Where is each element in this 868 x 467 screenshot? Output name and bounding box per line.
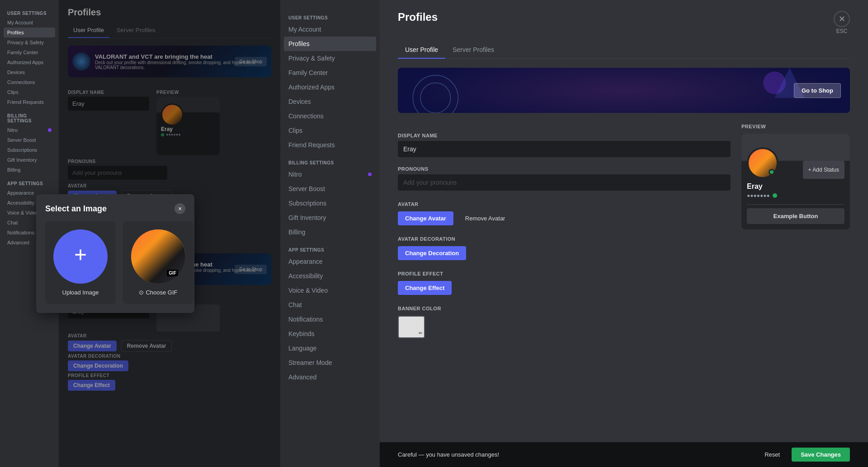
pronouns-label: PRONOUNS [398,166,731,172]
close-icon[interactable]: ✕ [834,11,850,27]
main-sidebar-item-billing[interactable]: Billing [284,225,376,239]
main-sidebar-item-server-boost[interactable]: Server Boost [284,182,376,196]
svg-point-3 [763,71,786,94]
pronouns-input[interactable] [398,174,731,191]
profile-form: DISPLAY NAME PRONOUNS AVATAR Change Avat… [398,124,850,374]
valorant-banner: ⚡ VALORANT and VCT are bringing the heat… [398,68,850,113]
main-sidebar-item-chat[interactable]: Chat [284,298,376,312]
main-sidebar-item-my-account[interactable]: My Account [284,22,376,37]
change-effect-button[interactable]: Change Effect [398,281,452,295]
display-name-label: DISPLAY NAME [398,133,731,138]
sidebar-item-connections-small[interactable]: Connections [4,77,55,87]
main-sidebar-item-friend-requests[interactable]: Friend Requests [284,138,376,152]
gif-circle: GIF [131,229,185,284]
example-button[interactable]: Example Button [747,208,844,224]
main-sidebar-item-nitro[interactable]: Nitro [284,167,376,182]
sidebar-item-clips-small[interactable]: Clips [4,87,55,97]
valorant-banner-text: VALORANT and VCT are bringing the heat D… [444,81,698,100]
sidebar-item-my-account-small[interactable]: My Account [4,18,55,28]
sidebar-item-apps-small[interactable]: Authorized Apps [4,57,55,67]
main-sidebar-item-advanced[interactable]: Advanced [284,370,376,384]
preview-username: Eray [741,182,850,191]
sidebar-item-subscriptions-small[interactable]: Subscriptions [4,145,55,155]
main-sidebar-item-appearance[interactable]: Appearance [284,254,376,269]
pencil-icon: ✏ [419,331,422,336]
left-panel: USER SETTINGS My Account Profiles Privac… [0,0,280,467]
image-options-container: Upload Image GIF ⊙ Choose GIF [45,221,185,304]
main-sidebar-item-family-center[interactable]: Family Center [284,65,376,80]
tab-server-profiles[interactable]: Server Profiles [445,42,501,59]
avatar-decoration-label: AVATAR DECORATION [398,236,731,242]
upload-image-option[interactable]: Upload Image [45,221,116,304]
change-decoration-button[interactable]: Change Decoration [398,246,466,260]
modal-header: Select an Image × [45,203,185,214]
banner-color-swatch[interactable]: ✏ [398,316,425,338]
upload-icon [71,246,90,268]
main-sidebar-item-notifications[interactable]: Notifications [284,312,376,327]
sidebar-item-privacy-small[interactable]: Privacy & Safety [4,37,55,47]
preview-avatar-area: + Add Status [741,147,850,179]
sidebar-item-family-small[interactable]: Family Center [4,47,55,57]
avatar-section-label: AVATAR [398,201,731,207]
middle-tab-server: Server Profiles [111,23,160,38]
main-sidebar-item-subscriptions[interactable]: Subscriptions [284,196,376,210]
main-sidebar-item-profiles[interactable]: Profiles [284,37,376,51]
nitro-dot-small [48,128,52,132]
avatar-buttons: Change Avatar Remove Avatar [398,211,731,225]
preview-column: PREVIEW + Add Status Eray ●●●●●●● Exampl… [741,124,850,374]
main-sidebar: USER SETTINGS My Account Profiles Privac… [280,0,380,467]
sidebar-item-billing-small[interactable]: Billing [4,165,55,175]
bottom-bar-actions: Reset Save Changes [757,448,850,462]
preview-avatar [747,147,778,179]
sidebar-section-app-small: APP SETTINGS [4,178,55,188]
sidebar-item-profiles-small[interactable]: Profiles [4,28,55,37]
main-sidebar-item-devices[interactable]: Devices [284,94,376,109]
sidebar-item-server-boost-small[interactable]: Server Boost [4,135,55,145]
tab-user-profile[interactable]: User Profile [398,42,445,59]
bottom-save-bar: Careful — you have unsaved changes! Rese… [380,442,868,467]
choose-gif-option[interactable]: GIF ⊙ Choose GIF [123,221,193,304]
main-sidebar-item-streamer-mode[interactable]: Streamer Mode [284,355,376,370]
main-sidebar-user-section-label: USER SETTINGS [284,13,376,22]
sidebar-item-devices-small[interactable]: Devices [4,67,55,77]
main-content: Profiles ✕ ESC User Profile Server Profi… [380,0,868,467]
main-sidebar-item-gift-inventory[interactable]: Gift Inventory [284,210,376,225]
valorant-shop-button[interactable]: Go to Shop [794,83,841,98]
sidebar-section-billing-small: BILLING SETTINGS [4,111,55,125]
main-sidebar-item-accessibility[interactable]: Accessibility [284,269,376,283]
remove-avatar-button[interactable]: Remove Avatar [458,211,513,225]
valorant-logo: ⚡ [405,75,437,106]
main-sidebar-item-keybinds[interactable]: Keybinds [284,327,376,341]
gif-badge: GIF [167,270,178,276]
main-sidebar-item-language[interactable]: Language [284,341,376,355]
sidebar-item-friends-small[interactable]: Friend Requests [4,97,55,107]
modal-close-btn[interactable]: × [175,203,185,214]
form-column: DISPLAY NAME PRONOUNS AVATAR Change Avat… [398,124,731,374]
middle-banner: VALORANT and VCT are bringing the heat D… [68,46,271,77]
main-sidebar-item-connections[interactable]: Connections [284,109,376,123]
page-title: Profiles [398,11,438,23]
save-changes-button[interactable]: Save Changes [792,448,850,462]
close-button[interactable]: ✕ ESC [834,11,850,34]
reset-button[interactable]: Reset [757,448,787,462]
main-sidebar-item-voice-video[interactable]: Voice & Video [284,283,376,298]
sidebar-item-nitro-small[interactable]: Nitro [4,125,55,135]
add-status-button[interactable]: + Add Status [803,161,844,179]
main-sidebar-item-authorized-apps[interactable]: Authorized Apps [284,80,376,94]
middle-tab-row: User Profile Server Profiles [68,23,271,38]
main-sidebar-app-section-label: APP SETTINGS [284,245,376,254]
content-header: Profiles ✕ ESC [398,11,850,34]
preview-discriminator: ●●●●●●● [741,192,850,199]
unsaved-warning: Careful — you have unsaved changes! [398,451,499,458]
sidebar-item-gift-small[interactable]: Gift Inventory [4,155,55,165]
preview-status-dot [769,169,775,175]
middle-title: Profiles [68,7,271,18]
preview-card: + Add Status Eray ●●●●●●● Example Button [741,134,850,229]
upload-label: Upload Image [62,289,99,296]
display-name-input[interactable] [398,141,731,157]
profile-tabs: User Profile Server Profiles [398,42,850,59]
change-avatar-button[interactable]: Change Avatar [398,211,453,225]
main-sidebar-item-clips[interactable]: Clips [284,123,376,138]
preview-label: PREVIEW [741,124,850,129]
main-sidebar-item-privacy-safety[interactable]: Privacy & Safety [284,51,376,65]
